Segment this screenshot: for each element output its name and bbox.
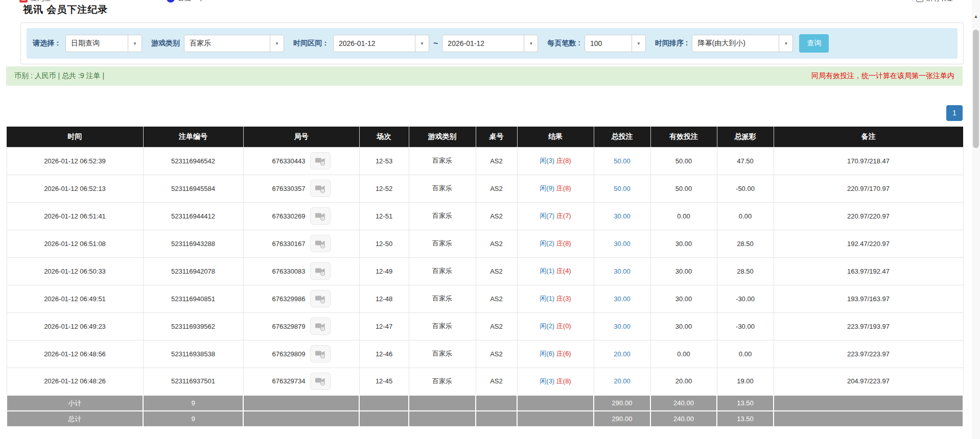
cell-total-bet: 30.00 [594, 202, 650, 230]
video-replay-button[interactable] [310, 262, 331, 280]
cell-round: 676330083 [243, 257, 359, 285]
cell-payout: 28.50 [717, 257, 774, 285]
total-bet-link[interactable]: 20.00 [614, 350, 631, 358]
page-title: 视讯 会员下注纪录 [23, 3, 108, 16]
cell-table-no: AS2 [476, 257, 517, 285]
cell-time: 2026-01-12 06:52:39 [7, 147, 143, 175]
cell-payout: 47.50 [717, 147, 774, 175]
cell-round: 676329879 [243, 312, 359, 340]
total-bet-link[interactable]: 30.00 [614, 212, 631, 220]
cell-session: 12-53 [359, 147, 409, 175]
game-type-value: 百家乐 [184, 35, 270, 52]
all-bookmarks-button[interactable]: 所有书签 [913, 0, 953, 4]
round-id: 676330269 [272, 212, 305, 220]
cell-payout: 0.00 [717, 202, 774, 230]
video-replay-button[interactable] [310, 345, 331, 362]
video-replay-button[interactable] [310, 152, 331, 169]
footer-payout: 13.50 [717, 411, 774, 427]
result-player: 闲(1) [540, 295, 554, 302]
table-footer: 小计9290.00240.0013.50总计9290.00240.0013.50 [7, 395, 963, 427]
result-player: 闲(7) [540, 212, 554, 220]
video-replay-button[interactable] [310, 180, 331, 197]
cell-game-type: 百家乐 [409, 175, 476, 202]
footer-empty [517, 395, 594, 411]
result-banker: 庄(8) [556, 184, 571, 192]
video-replay-button[interactable] [310, 373, 331, 390]
total-bet-link[interactable]: 30.00 [614, 267, 631, 275]
cell-valid-bet: 30.00 [650, 230, 717, 257]
scrollbar: ▲ [972, 0, 980, 439]
footer-total-bet: 290.00 [594, 411, 650, 427]
game-type-select[interactable]: 百家乐 ▼ [184, 35, 284, 52]
cell-payout: 28.50 [717, 230, 774, 257]
cell-total-bet: 30.00 [594, 257, 650, 285]
total-bet-link[interactable]: 30.00 [614, 240, 631, 248]
table-body: 2026-01-12 06:52:39523116946542676330443… [7, 147, 963, 395]
cell-game-type: 百家乐 [409, 340, 476, 368]
query-type-value: 日期查询 [66, 35, 128, 52]
result-player: 闲(3) [540, 157, 554, 164]
footer-row: 小计9290.00240.0013.50 [7, 395, 963, 411]
total-bet-link[interactable]: 50.00 [614, 157, 631, 165]
cell-game-type: 百家乐 [409, 285, 476, 312]
cell-table-no: AS2 [476, 340, 517, 368]
browser-bookmark-bar: 爱淘宝 百度一下 所有书签 [0, 0, 980, 4]
video-replay-button[interactable] [310, 290, 331, 307]
bookmark-item-2[interactable]: 百度一下 [167, 0, 204, 4]
cell-round: 676330167 [243, 230, 359, 257]
video-replay-button[interactable] [310, 318, 331, 335]
cell-total-bet: 20.00 [594, 368, 650, 395]
cell-session: 12-47 [359, 312, 409, 340]
result-banker: 庄(8) [556, 239, 571, 247]
cell-total-bet: 30.00 [594, 285, 650, 312]
result-banker: 庄(0) [556, 322, 571, 330]
scroll-up-icon[interactable]: ▲ [972, 12, 980, 20]
cell-bet-id: 523116944412 [143, 202, 243, 230]
query-button[interactable]: 查询 [799, 34, 829, 53]
table-row: 2026-01-12 06:52:13523116945584676330357… [7, 175, 963, 202]
cell-session: 12-50 [359, 230, 409, 257]
cell-round: 676329809 [243, 340, 359, 368]
result-banker: 庄(4) [556, 267, 571, 275]
video-icon [315, 376, 326, 386]
video-icon [315, 184, 326, 193]
cell-payout: 0.00 [717, 340, 774, 368]
column-header-7: 总投注 [594, 127, 650, 147]
cell-remark: 193.97/163.97 [774, 285, 963, 312]
summary-note: 同局有效投注，统一计算在该局第一张注单内 [811, 71, 954, 81]
cell-time: 2026-01-12 06:49:51 [7, 285, 143, 312]
scrollbar-thumb[interactable] [973, 30, 979, 148]
video-replay-button[interactable] [310, 207, 331, 225]
per-page-select[interactable]: 100 ▼ [585, 35, 646, 52]
result-banker: 庄(7) [556, 212, 571, 220]
taobao-icon [19, 0, 28, 3]
time-sort-select[interactable]: 降幂(由大到小) ▼ [692, 35, 793, 52]
footer-valid-bet: 240.00 [650, 395, 717, 411]
cell-table-no: AS2 [476, 202, 517, 230]
date-start-select[interactable]: 2026-01-12 ▼ [333, 35, 429, 52]
footer-empty [476, 411, 517, 427]
table-row: 2026-01-12 06:49:23523116939562676329879… [7, 312, 963, 340]
chevron-down-icon: ▼ [779, 35, 792, 52]
video-replay-button[interactable] [310, 235, 331, 252]
chevron-down-icon: ▼ [128, 35, 142, 52]
total-bet-link[interactable]: 30.00 [614, 295, 631, 303]
bookmark-item-1[interactable]: 爱淘宝 [19, 0, 51, 4]
total-bet-link[interactable]: 30.00 [614, 323, 631, 330]
date-end-select[interactable]: 2026-01-12 ▼ [442, 35, 538, 52]
result-player: 闲(2) [540, 322, 554, 330]
query-type-select[interactable]: 日期查询 ▼ [65, 35, 142, 52]
filter-panel: 请选择： 日期查询 ▼ 游戏类别 百家乐 ▼ 时间区间： 2026-01-12 … [20, 22, 964, 64]
result-banker: 庄(3) [556, 295, 571, 302]
video-icon [315, 322, 326, 331]
round-id: 676330443 [272, 157, 305, 165]
page-1-button[interactable]: 1 [946, 105, 963, 121]
result-player: 闲(1) [540, 267, 554, 275]
cell-time: 2026-01-12 06:49:23 [7, 312, 143, 340]
cell-bet-id: 523116942078 [143, 257, 243, 285]
column-header-1: 注单编号 [143, 127, 243, 147]
footer-label: 小计 [7, 395, 143, 411]
total-bet-link[interactable]: 20.00 [614, 377, 631, 385]
cell-time: 2026-01-12 06:51:41 [7, 202, 143, 230]
total-bet-link[interactable]: 50.00 [614, 185, 631, 192]
